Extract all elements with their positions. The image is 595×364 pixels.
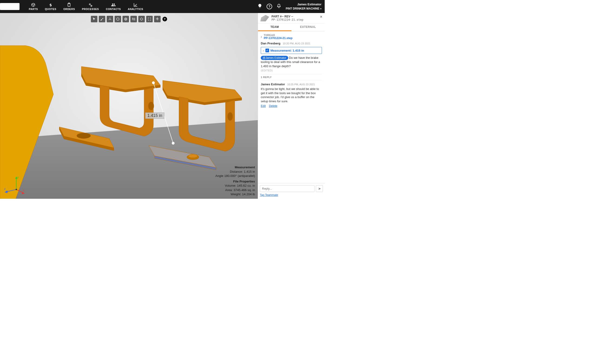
help-icon[interactable]: ?	[267, 4, 272, 9]
main: ?	[0, 13, 325, 199]
measurement-chip[interactable]: › ✓ Measurement: 1.415 in	[261, 47, 322, 54]
nav-contacts-label: CONTACTS	[106, 8, 121, 10]
logo[interactable]	[0, 3, 20, 10]
axis-gizmo[interactable]: y x z	[2, 173, 26, 196]
nav-analytics-label: ANALYTICS	[128, 8, 143, 10]
nav-quotes[interactable]: QUOTES	[45, 3, 56, 10]
tag-teammate-link[interactable]: Tag Teammate	[260, 193, 278, 197]
tool-iso[interactable]	[115, 16, 121, 22]
axes-icon	[108, 17, 112, 21]
cube-icon	[31, 3, 35, 7]
panel-body: ‹ THREAD PP-13701224-21.step Dan Presber…	[258, 31, 325, 183]
tool-measure[interactable]	[99, 16, 105, 22]
reply-message: James Estimator 10:25 PM, AUG 23 2021 It…	[261, 83, 322, 108]
clipboard-icon	[67, 3, 71, 7]
checkbox-icon[interactable]: ✓	[265, 49, 269, 52]
reply-author: James Estimator	[261, 83, 285, 86]
eye-off-icon	[132, 17, 135, 21]
top-nav: PARTS QUOTES ORDERS PROCESSES CONTACTS A…	[0, 0, 325, 13]
tool-pan[interactable]	[154, 16, 161, 22]
compose-area: ➤ Tag Teammate	[258, 183, 325, 199]
cube-outline-icon	[116, 17, 120, 21]
chart-icon	[133, 3, 138, 7]
thread-filename[interactable]: PP-13701224-21.step	[264, 36, 293, 40]
thread-breadcrumb: ‹ THREAD PP-13701224-21.step	[261, 34, 322, 40]
lightbulb-icon[interactable]	[257, 3, 262, 9]
tab-external[interactable]: EXTERNAL	[291, 23, 325, 31]
thread-label: THREAD	[264, 34, 293, 36]
svg-text:z: z	[4, 187, 6, 191]
user-name: James Estimator	[286, 3, 321, 6]
reply-actions: Edit Delete	[261, 104, 322, 108]
dollar-icon	[48, 3, 53, 7]
viewer-toolbar: ?	[91, 16, 167, 22]
chevron-down-icon: ▾	[320, 7, 321, 10]
tab-team[interactable]: TEAM	[258, 23, 291, 31]
svg-point-9	[172, 142, 175, 145]
part-filename: PP-13701224-21.step	[271, 18, 303, 21]
tool-orient[interactable]	[107, 16, 113, 22]
bell-icon[interactable]	[276, 3, 282, 9]
measurement-label: 1.415 in	[145, 113, 164, 119]
tool-focus[interactable]	[138, 16, 145, 22]
panel-header: PART #-- REV -- PP-13701224-21.step ×	[258, 13, 325, 23]
info-distance: Distance: 1.415 in	[215, 170, 255, 174]
target-icon	[140, 17, 143, 21]
side-panel: PART #-- REV -- PP-13701224-21.step × TE…	[258, 13, 325, 199]
reply-count: 1 REPLY	[261, 74, 322, 80]
tool-select[interactable]	[91, 16, 97, 22]
mention-pill[interactable]: @James Estimator	[261, 56, 288, 60]
edit-link[interactable]: Edit	[261, 104, 266, 108]
people-icon	[111, 3, 116, 7]
close-icon[interactable]: ×	[320, 14, 322, 19]
nav-processes-label: PROCESSES	[82, 8, 99, 10]
nav-analytics[interactable]: ANALYTICS	[128, 3, 143, 10]
move-icon	[156, 17, 159, 21]
reply-input[interactable]	[260, 185, 314, 192]
info-angle: Angle 180.000° (antiparallel)	[215, 174, 255, 178]
svg-point-19	[15, 189, 17, 190]
nav-contacts[interactable]: CONTACTS	[106, 3, 121, 10]
info-area: Area: 3745.466 sq. in	[215, 188, 255, 192]
svg-point-6	[227, 112, 233, 121]
cursor-icon	[92, 17, 96, 21]
nav-parts[interactable]: PARTS	[29, 3, 38, 10]
chevron-right-icon: ›	[263, 49, 264, 52]
nav-quotes-label: QUOTES	[45, 8, 56, 10]
tool-fit[interactable]	[146, 16, 153, 22]
original-message: Dan Presberg 10:20 PM, AUG 23 2021 › ✓ M…	[261, 42, 322, 72]
svg-point-5	[148, 102, 154, 110]
message-time: 10:20 PM, AUG 23 2021	[283, 42, 310, 45]
nav-parts-label: PARTS	[29, 8, 38, 10]
nav-orders[interactable]: ORDERS	[63, 3, 75, 10]
reply-text: It's gonna be tight, but we should be ab…	[261, 87, 322, 103]
back-icon[interactable]: ‹	[261, 35, 262, 39]
reply-time: 10:25 PM, AUG 23 2021	[287, 83, 315, 86]
gears-icon	[88, 3, 93, 7]
user-menu[interactable]: James Estimator PINT DRINKER MACHINE▾	[286, 3, 321, 11]
tool-wireframe[interactable]	[122, 16, 129, 22]
globe-icon	[124, 17, 128, 21]
nav-orders-label: ORDERS	[63, 8, 75, 10]
svg-point-8	[152, 81, 155, 84]
svg-point-1	[140, 18, 142, 20]
svg-marker-14	[22, 192, 25, 194]
nav-items: PARTS QUOTES ORDERS PROCESSES CONTACTS A…	[29, 3, 143, 10]
svg-line-16	[7, 189, 16, 192]
nav-processes[interactable]: PROCESSES	[82, 3, 99, 10]
hammer-icon	[100, 17, 104, 21]
delete-link[interactable]: Delete	[269, 104, 277, 108]
panel-tabs: TEAM EXTERNAL	[258, 23, 325, 31]
info-measurement-heading: Measurement	[215, 165, 255, 170]
measurement-chip-label: Measurement: 1.415 in	[270, 49, 304, 52]
svg-marker-17	[5, 190, 7, 193]
user-org: PINT DRINKER MACHINE	[286, 7, 319, 10]
svg-text:y: y	[17, 176, 19, 179]
tool-hide[interactable]	[130, 16, 137, 22]
3d-viewport[interactable]: ?	[0, 13, 258, 199]
svg-text:x: x	[23, 189, 24, 192]
toolbar-help[interactable]: ?	[163, 17, 167, 21]
message-author: Dan Presberg	[261, 42, 281, 45]
info-file-heading: File Properties	[215, 179, 255, 184]
send-button[interactable]: ➤	[316, 185, 323, 192]
